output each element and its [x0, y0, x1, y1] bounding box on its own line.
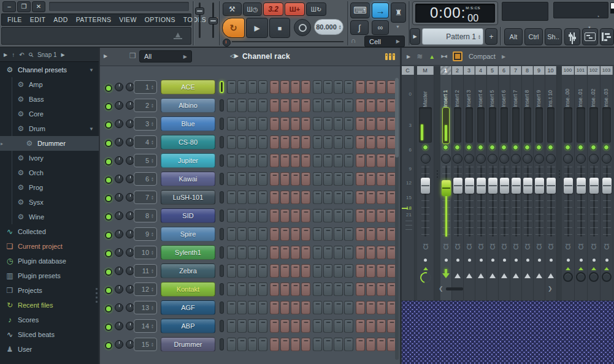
volume-knob[interactable] — [126, 285, 134, 294]
channel-number[interactable]: 1▲▼ — [134, 80, 157, 94]
step-cell[interactable] — [356, 209, 365, 222]
channel-enable-led[interactable] — [105, 176, 112, 184]
mirror-icon[interactable]: ▶◀ — [441, 54, 447, 59]
volume-fader[interactable] — [421, 178, 430, 194]
punch-button[interactable]: ♜ — [391, 2, 406, 23]
step-cell[interactable] — [366, 154, 375, 167]
volume-knob[interactable] — [126, 248, 134, 257]
pan-knob[interactable] — [115, 230, 123, 238]
step-cell[interactable] — [248, 117, 257, 131]
scroll-left-arrow[interactable]: ❮ — [439, 286, 443, 292]
sidebar-item-orch[interactable]: ⚙Orch — [0, 165, 99, 180]
mixer-strip-header[interactable]: 3 — [464, 66, 475, 75]
step-cell[interactable] — [356, 338, 365, 351]
step-cell[interactable] — [334, 264, 343, 278]
step-cell[interactable] — [334, 301, 343, 314]
volume-knob[interactable] — [126, 267, 134, 275]
step-cell[interactable] — [237, 117, 247, 131]
slide-notes-button[interactable]: ∫ — [350, 20, 369, 35]
record-arm-dot[interactable] — [526, 259, 529, 262]
stereo-separation-icon[interactable]: Ω — [578, 242, 584, 251]
channel-number-spinner[interactable]: ▲▼ — [151, 140, 154, 145]
channel-enable-led[interactable] — [105, 85, 112, 92]
volume-fader[interactable] — [442, 180, 451, 196]
sidebar-item-recent-files[interactable]: ↻Recent files — [0, 298, 99, 313]
channel-number[interactable]: 8▲▼ — [134, 209, 157, 222]
magnet-icon[interactable]: ∩ — [351, 36, 356, 45]
link-knob[interactable] — [589, 272, 599, 282]
sidebar-item-plugin-database[interactable]: ◷Plugin database — [0, 254, 99, 268]
sidebar-item-prog[interactable]: ⚙Prog — [0, 180, 99, 195]
record-arm-dot[interactable] — [605, 259, 608, 262]
overdub-button[interactable]: Ш+ — [285, 2, 305, 16]
mute-led[interactable] — [591, 145, 596, 150]
step-cell[interactable] — [291, 209, 300, 222]
mute-led[interactable] — [443, 145, 448, 150]
channel-number-spinner[interactable]: ▲▼ — [151, 287, 154, 292]
volume-fader[interactable] — [465, 178, 474, 194]
mixer-strip-inse-03[interactable]: 103Inse..03Ω — [601, 66, 613, 300]
channel-select-indicator[interactable] — [220, 265, 224, 277]
step-cell[interactable] — [356, 282, 365, 296]
piano-roll-window-button[interactable] — [600, 28, 614, 45]
menu-add[interactable]: ADD — [53, 16, 67, 23]
up-icon[interactable]: ↑ — [12, 51, 15, 58]
step-cell[interactable] — [237, 338, 247, 351]
route-up-arrow[interactable] — [536, 273, 542, 278]
step-cell[interactable] — [291, 264, 300, 278]
menu-patterns[interactable]: PATTERNS — [76, 16, 112, 23]
channel-filter-selector[interactable]: All ▶ — [139, 50, 192, 63]
minimize-button[interactable]: – — [2, 1, 16, 12]
channel-number[interactable]: 7▲▼ — [134, 191, 157, 204]
shift-button[interactable]: Sh.. — [545, 28, 562, 45]
channel-enable-led[interactable] — [105, 195, 112, 202]
shuffle-knob[interactable] — [223, 39, 231, 47]
record-arm-dot[interactable] — [424, 259, 427, 262]
stereo-separation-icon[interactable]: Ω — [566, 242, 571, 251]
sidebar-item-plugin-presets[interactable]: ▥Plugin presets — [0, 268, 99, 283]
step-cell[interactable] — [237, 282, 247, 296]
strip-pan-knob[interactable] — [441, 154, 451, 164]
step-cell[interactable] — [323, 209, 332, 222]
strip-pan-knob[interactable] — [453, 154, 462, 164]
step-cell[interactable] — [323, 191, 332, 204]
chevron-right-icon[interactable]: ▶ — [4, 52, 7, 58]
step-cell[interactable] — [344, 135, 353, 149]
step-cell[interactable] — [280, 80, 290, 94]
step-cell[interactable] — [301, 154, 310, 167]
pan-knob[interactable] — [115, 211, 123, 220]
mixer-strip-inse-02[interactable]: 102Inse..02Ω — [588, 66, 601, 300]
step-cell[interactable] — [270, 191, 279, 204]
strip-pan-knob[interactable] — [546, 154, 556, 164]
strip-pan-knob[interactable] — [589, 154, 599, 164]
step-cell[interactable] — [356, 246, 365, 259]
sidebar-item-ivory[interactable]: ⚙Ivory — [0, 151, 99, 165]
step-cell[interactable] — [344, 227, 353, 241]
step-cell[interactable] — [227, 338, 236, 351]
pan-knob[interactable] — [115, 322, 123, 330]
channel-number-spinner[interactable]: ▲▼ — [151, 305, 154, 310]
channel-select-indicator[interactable] — [220, 191, 224, 203]
channel-enable-led[interactable] — [105, 213, 112, 221]
mixer-strip-insert-9[interactable]: 9Insert 9Ω — [534, 66, 545, 300]
record-arm-dot[interactable] — [567, 259, 570, 262]
step-cell[interactable] — [301, 264, 310, 278]
step-cell[interactable] — [237, 319, 247, 333]
record-arm-dot[interactable] — [491, 259, 494, 262]
step-cell[interactable] — [313, 319, 322, 333]
record-arm-dot[interactable] — [503, 259, 506, 262]
channel-button-zebra[interactable]: Zebra — [161, 264, 215, 278]
sidebar-item-sysx[interactable]: ⚙Sysx — [0, 195, 99, 210]
channel-number-spinner[interactable]: ▲▼ — [151, 250, 154, 255]
stereo-separation-icon[interactable]: Ω — [478, 242, 484, 251]
step-cell[interactable] — [280, 301, 290, 314]
step-cell[interactable] — [334, 282, 343, 296]
channel-number[interactable]: 14▲▼ — [134, 319, 157, 333]
sidebar-item-amp[interactable]: ⚙Amp — [0, 77, 99, 92]
step-cell[interactable] — [313, 99, 322, 112]
step-cell[interactable] — [356, 319, 365, 333]
mixer-divider[interactable] — [434, 66, 440, 300]
volume-fader[interactable] — [453, 178, 462, 194]
close-button[interactable]: ✕ — [32, 1, 45, 12]
master-pitch-handle[interactable] — [209, 17, 218, 25]
